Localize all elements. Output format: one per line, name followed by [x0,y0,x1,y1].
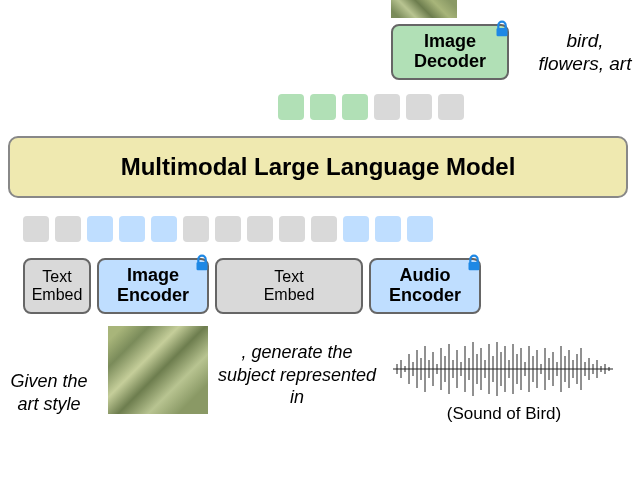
token [119,216,145,242]
svg-rect-2 [469,262,480,270]
token [215,216,241,242]
decoder-output-tags: bird, flowers, art [535,30,635,76]
token [247,216,273,242]
output-tokens-row [278,94,464,120]
text-embed-1-label-2: Embed [32,286,83,304]
token [438,94,464,120]
text-embed-box-2: Text Embed [215,258,363,314]
token [23,216,49,242]
floral-input-thumbnail [391,0,457,18]
image-decoder-box: Image Decoder [391,24,509,80]
caption-generate-subject: , generate the subject represented in [212,341,382,409]
lock-icon [463,252,485,274]
svg-rect-0 [497,28,508,36]
image-encoder-label-2: Encoder [117,286,189,306]
token [407,216,433,242]
lock-icon [491,18,513,40]
text-embed-2-label-2: Embed [264,286,315,304]
caption-given-art-style: Given the art style [2,370,96,415]
token [311,216,337,242]
waveform-icon [393,340,613,398]
lock-icon [191,252,213,274]
decoder-label-1: Image [424,32,476,52]
token [87,216,113,242]
token [278,94,304,120]
image-encoder-box: Image Encoder [97,258,209,314]
audio-encoder-label-1: Audio [400,266,451,286]
token [342,94,368,120]
audio-encoder-box: Audio Encoder [369,258,481,314]
token [375,216,401,242]
token [374,94,400,120]
svg-rect-1 [197,262,208,270]
token [343,216,369,242]
image-encoder-label-1: Image [127,266,179,286]
token [406,94,432,120]
token [55,216,81,242]
token [151,216,177,242]
text-embed-box-1: Text Embed [23,258,91,314]
token [183,216,209,242]
token [279,216,305,242]
token [310,94,336,120]
decoder-label-2: Decoder [414,52,486,72]
encoder-row: Text Embed Image Encoder Text Embed Audi… [23,258,481,314]
input-tokens-row [23,216,433,242]
floral-art-input [108,326,208,414]
llm-title: Multimodal Large Language Model [121,153,516,181]
text-embed-2-label-1: Text [274,268,303,286]
llm-box: Multimodal Large Language Model [8,136,628,198]
text-embed-1-label-1: Text [42,268,71,286]
caption-sound-of-bird: (Sound of Bird) [424,404,584,424]
audio-encoder-label-2: Encoder [389,286,461,306]
